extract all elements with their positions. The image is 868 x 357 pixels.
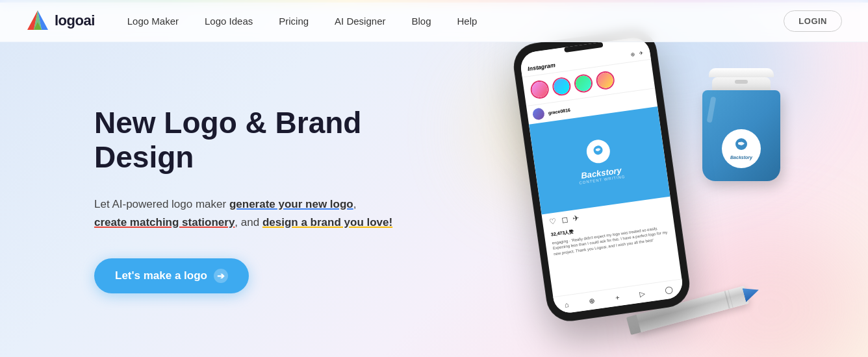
pen-tip [742, 284, 761, 302]
subtitle-link2[interactable]: create matching stationery [94, 216, 235, 228]
subtitle-part1: Let AI-powered logo maker [94, 198, 229, 210]
nav-logo-ideas[interactable]: Logo Ideas [205, 16, 253, 27]
navbar: logoai Logo Maker Logo Ideas Pricing AI … [0, 0, 868, 42]
subtitle-part2: , [353, 198, 357, 210]
hero-section: New Logo & Brand Design Let AI-powered l… [0, 42, 868, 357]
ig-comment-icon: ◻ [561, 215, 568, 225]
cup-sip-hole [735, 80, 748, 84]
phone-screen: Instagram ⊕ ✈ [519, 36, 685, 315]
coffee-cup: Backstory [699, 68, 784, 185]
cup-highlight [707, 97, 717, 123]
ig-share-icon: ✈ [572, 213, 580, 223]
ig-post-image: Backstory CONTENT WRITING [529, 106, 670, 214]
pen-cap [626, 315, 641, 335]
cta-arrow-icon: ➔ [214, 269, 228, 283]
svg-point-7 [738, 142, 741, 145]
cup-logo-circle: Backstory [722, 129, 761, 168]
ig-profile-icon: ◯ [665, 286, 674, 295]
hero-title: New Logo & Brand Design [94, 106, 432, 175]
ig-username: grace0816 [548, 107, 570, 115]
ig-home-icon: ⌂ [564, 301, 569, 309]
nav-links: Logo Maker Logo Ideas Pricing AI Designe… [127, 16, 784, 27]
ig-plus-icon: + [615, 293, 620, 302]
cup-brand-name: Backstory [730, 155, 752, 160]
story-3 [573, 73, 594, 94]
cup-body: Backstory [702, 90, 780, 181]
login-button[interactable]: LOGIN [784, 10, 842, 32]
nav-help[interactable]: Help [457, 16, 478, 27]
subtitle-part3: , and [235, 216, 262, 228]
nav-logo-maker[interactable]: Logo Maker [127, 16, 179, 27]
hero-subtitle: Let AI-powered logo maker generate your … [94, 195, 432, 233]
story-1 [530, 79, 550, 100]
hero-visual: Instagram ⊕ ✈ [432, 42, 816, 357]
subtitle-link3[interactable]: design a brand you love! [262, 216, 392, 228]
ig-search-icon: ⊕ [589, 296, 596, 305]
logo-icon [26, 9, 49, 32]
ig-reel-icon: ▷ [639, 289, 646, 299]
phone-outer: Instagram ⊕ ✈ [511, 27, 692, 323]
logo-text: logoai [55, 12, 95, 29]
page-wrapper: logoai Logo Maker Logo Ideas Pricing AI … [0, 0, 868, 357]
ig-post-logo-icon [590, 143, 606, 159]
subtitle-link1[interactable]: generate your new logo [229, 198, 353, 210]
nav-blog[interactable]: Blog [411, 16, 431, 27]
cup-lid [712, 77, 771, 90]
cta-label: Let's make a logo [115, 269, 207, 282]
phone-mockup: Instagram ⊕ ✈ [511, 27, 692, 323]
cup-lid-top [709, 68, 774, 77]
logo-link[interactable]: logoai [26, 9, 95, 32]
story-2 [552, 76, 572, 97]
story-4 [595, 70, 616, 91]
cup-logo-icon [732, 137, 750, 155]
nav-ai-designer[interactable]: AI Designer [335, 16, 385, 27]
ig-heart-icon: ♡ [548, 216, 557, 226]
cta-button[interactable]: Let's make a logo ➔ [94, 258, 249, 293]
hero-content: New Logo & Brand Design Let AI-powered l… [94, 106, 432, 294]
ig-avatar [532, 107, 545, 120]
ig-post-logo-circle [585, 138, 611, 165]
nav-pricing[interactable]: Pricing [279, 16, 309, 27]
